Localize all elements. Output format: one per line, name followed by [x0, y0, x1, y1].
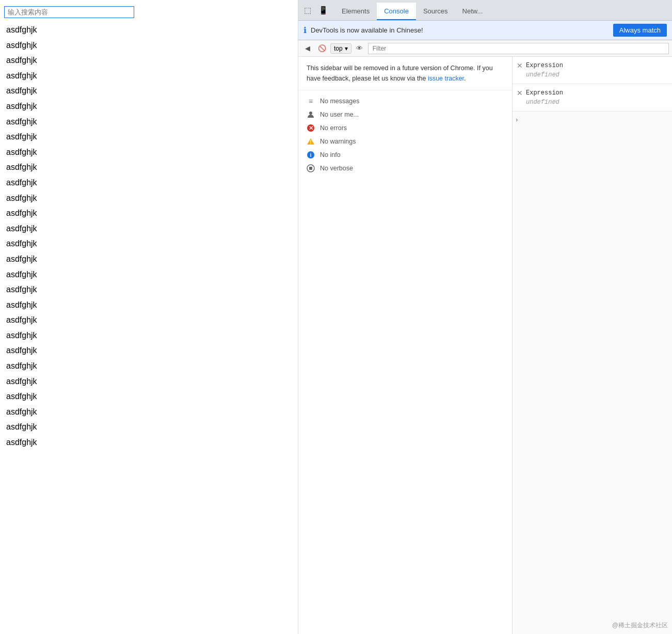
context-dropdown-icon: ▾: [345, 45, 348, 52]
console-messages: This sidebar will be removed in a future…: [298, 57, 512, 634]
list-item: asdfghjk: [0, 297, 298, 313]
filter-no-info: i No info: [298, 148, 512, 162]
list-item: asdfghjk: [0, 145, 298, 160]
always-match-button[interactable]: Always match: [613, 24, 667, 37]
console-main: This sidebar will be removed in a future…: [298, 57, 672, 634]
list-item: asdfghjk: [0, 358, 298, 374]
svg-text:✕: ✕: [309, 125, 313, 131]
message-filters: No messages No user me... ✕ No errors: [298, 90, 512, 179]
filter-no-warnings: ! No warnings: [298, 135, 512, 148]
list-item: asdfghjk: [0, 251, 298, 267]
filter-no-verbose: No verbose: [298, 162, 512, 175]
list-item: asdfghjk: [0, 435, 298, 450]
list-item: asdfghjk: [0, 38, 298, 53]
info-filter-icon: i: [307, 151, 315, 159]
eye-icon[interactable]: 👁: [354, 42, 366, 55]
tab-elements[interactable]: Elements: [334, 3, 377, 20]
svg-point-0: [309, 112, 312, 115]
expression-close-1[interactable]: ✕: [517, 61, 523, 70]
expression-panel: ✕ Expression undefined ✕ Expression unde…: [512, 57, 672, 634]
devtools-icons: ⬚ 📱: [300, 3, 330, 18]
tab-network[interactable]: Netw...: [455, 3, 490, 20]
filter-input[interactable]: [368, 43, 669, 54]
expression-label-2: Expression: [526, 88, 666, 98]
notification-bar: ℹ DevTools is now available in Chinese! …: [298, 21, 672, 40]
expression-content-2: Expression undefined: [526, 88, 666, 107]
verbose-icon: [307, 164, 315, 172]
list-container: asdfghjkasdfghjkasdfghjkasdfghjkasdfghjk…: [0, 22, 298, 450]
no-verbose-label: No verbose: [320, 165, 353, 172]
error-icon: ✕: [307, 124, 315, 132]
list-item: asdfghjk: [0, 419, 298, 435]
no-info-label: No info: [320, 151, 341, 158]
expression-value-1: undefined: [526, 70, 666, 80]
expression-label-1: Expression: [526, 61, 666, 70]
no-warnings-label: No warnings: [320, 138, 356, 145]
list-item: asdfghjk: [0, 129, 298, 145]
list-item: asdfghjk: [0, 175, 298, 191]
search-input[interactable]: [4, 6, 134, 18]
expression-content-1: Expression undefined: [526, 61, 666, 80]
no-user-messages-label: No user me...: [320, 111, 359, 118]
expression-item-1: ✕ Expression undefined: [513, 57, 672, 84]
list-item: asdfghjk: [0, 389, 298, 404]
list-item: asdfghjk: [0, 343, 298, 358]
add-expression-chevron[interactable]: ›: [513, 112, 672, 128]
left-panel: asdfghjkasdfghjkasdfghjkasdfghjkasdfghjk…: [0, 0, 298, 634]
filter-no-errors: ✕ No errors: [298, 121, 512, 135]
device-icon[interactable]: 📱: [316, 3, 330, 18]
warning-icon: !: [307, 137, 315, 146]
list-item: asdfghjk: [0, 22, 298, 38]
list-item: asdfghjk: [0, 191, 298, 206]
svg-rect-8: [309, 167, 312, 170]
list-item: asdfghjk: [0, 114, 298, 130]
info-icon: ℹ: [303, 25, 307, 35]
filter-no-messages: No messages: [298, 94, 512, 108]
expression-value-2: undefined: [526, 98, 666, 107]
no-errors-label: No errors: [320, 124, 347, 132]
tabs-row: Elements Console Sources Netw...: [334, 0, 670, 20]
watermark: @稀土掘金技术社区: [612, 621, 668, 630]
filter-no-user-messages: No user me...: [298, 108, 512, 121]
svg-text:i: i: [310, 152, 311, 158]
list-item: asdfghjk: [0, 374, 298, 389]
tab-console[interactable]: Console: [377, 3, 416, 20]
expression-item-2: ✕ Expression undefined: [513, 84, 672, 112]
list-item: asdfghjk: [0, 236, 298, 251]
devtools-topbar: ⬚ 📱 Elements Console Sources Netw...: [298, 0, 672, 21]
context-label: top: [334, 45, 343, 52]
list-item: asdfghjk: [0, 53, 298, 68]
expression-close-2[interactable]: ✕: [517, 89, 523, 97]
list-item: asdfghjk: [0, 328, 298, 343]
notification-text: DevTools is now available in Chinese!: [311, 26, 609, 34]
sidebar-warning: This sidebar will be removed in a future…: [298, 57, 512, 90]
list-item: asdfghjk: [0, 267, 298, 282]
issue-tracker-link[interactable]: issue tracker: [428, 75, 464, 82]
list-item: asdfghjk: [0, 221, 298, 236]
lines-icon: [307, 97, 315, 105]
devtools-panel: ⬚ 📱 Elements Console Sources Netw... ℹ D…: [298, 0, 672, 634]
no-messages-label: No messages: [320, 98, 359, 105]
tab-sources[interactable]: Sources: [416, 3, 455, 20]
list-item: asdfghjk: [0, 312, 298, 328]
list-item: asdfghjk: [0, 68, 298, 84]
top-context-selector[interactable]: top ▾: [330, 43, 351, 54]
list-item: asdfghjk: [0, 160, 298, 175]
clear-console-btn[interactable]: 🚫: [316, 42, 328, 55]
list-item: asdfghjk: [0, 205, 298, 221]
sidebar-toggle-btn[interactable]: ◀: [301, 42, 314, 55]
inspect-icon[interactable]: ⬚: [300, 3, 315, 18]
list-item: asdfghjk: [0, 404, 298, 420]
search-wrapper: [0, 4, 298, 22]
console-toolbar: ◀ 🚫 top ▾ 👁: [298, 40, 672, 57]
user-icon: [307, 110, 315, 119]
list-item: asdfghjk: [0, 282, 298, 297]
list-item: asdfghjk: [0, 99, 298, 114]
svg-text:!: !: [310, 139, 311, 145]
list-item: asdfghjk: [0, 83, 298, 99]
